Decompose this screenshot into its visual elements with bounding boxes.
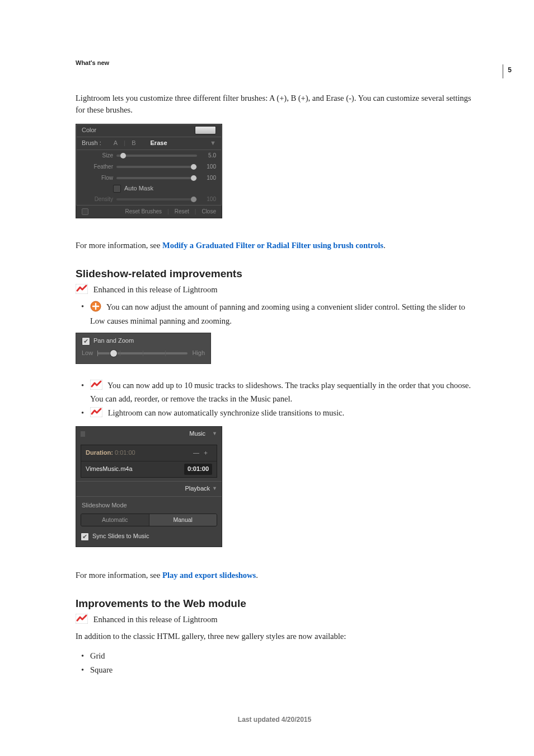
add-track-icon[interactable]: ＋ xyxy=(203,449,212,456)
feather-value: 100 xyxy=(200,163,216,171)
sync-checkbox[interactable]: ✔ xyxy=(81,533,89,541)
density-slider-row: Density 100 xyxy=(76,194,222,205)
color-swatch[interactable] xyxy=(195,126,216,134)
density-value: 100 xyxy=(200,195,216,204)
playback-title: Playback xyxy=(185,484,210,493)
brush-tab-b[interactable]: B xyxy=(129,139,138,146)
slideshow-bullet-1-text: You can now adjust the amount of panning… xyxy=(90,302,465,325)
feather-label: Feather xyxy=(82,163,113,171)
pan-zoom-label: Pan and Zoom xyxy=(93,337,134,346)
reset-link[interactable]: Reset xyxy=(175,208,189,216)
enhanced-icon xyxy=(90,407,102,421)
pan-zoom-panel: ✔ Pan and Zoom Low High xyxy=(76,333,211,364)
pan-zoom-checkbox[interactable]: ✔ xyxy=(82,337,90,346)
flow-label: Flow xyxy=(82,174,113,183)
density-slider[interactable] xyxy=(116,198,197,200)
flow-slider[interactable] xyxy=(116,177,197,179)
pan-zoom-thumb[interactable] xyxy=(110,350,117,357)
enhanced-text-web: Enhanced in this release of Lightroom xyxy=(93,615,218,624)
brush-label: Brush : xyxy=(82,139,101,148)
brush-controls-link[interactable]: Modify a Graduated Filter or Radial Filt… xyxy=(162,241,383,250)
size-label: Size xyxy=(82,152,113,160)
flow-slider-row: Flow 100 xyxy=(76,172,222,184)
web-heading: Improvements to the Web module xyxy=(76,596,474,612)
period: . xyxy=(256,571,258,580)
slideshow-bullet-1: You can now adjust the amount of panning… xyxy=(78,301,474,327)
size-slider-thumb[interactable] xyxy=(120,153,126,158)
slideshow-bullet-3-text: Lightroom can now automatically synchron… xyxy=(108,408,344,417)
more-info-2-prefix: For more information, see xyxy=(76,571,162,580)
page-footer: Last updated 4/20/2015 xyxy=(76,715,474,725)
close-link[interactable]: Close xyxy=(202,208,216,216)
duration-label: Duration: xyxy=(86,449,113,456)
intro-paragraph: Lightroom lets you customize three diffe… xyxy=(76,92,474,116)
more-info-2: For more information, see Play and expor… xyxy=(76,570,474,581)
section-header: What's new xyxy=(76,59,474,68)
music-collapse-icon[interactable]: ▼ xyxy=(212,430,217,437)
feather-slider[interactable] xyxy=(116,166,197,168)
enhanced-text: Enhanced in this release of Lightroom xyxy=(93,285,218,294)
web-item-grid: Grid xyxy=(78,650,474,662)
pz-low-label: Low xyxy=(82,349,93,358)
slideshow-bullet-2: You can now add up to 10 music tracks to… xyxy=(78,380,474,405)
brush-tab-erase[interactable]: Erase xyxy=(148,139,170,146)
slideshow-mode-segment: Automatic Manual xyxy=(81,514,217,526)
mode-automatic[interactable]: Automatic xyxy=(81,514,149,526)
brush-disclosure[interactable]: ▼ xyxy=(210,139,216,148)
feather-slider-row: Feather 100 xyxy=(76,161,222,172)
automask-checkbox[interactable] xyxy=(113,185,121,193)
page-number: 5 xyxy=(503,64,512,78)
flow-value: 100 xyxy=(200,174,216,183)
reset-brushes-link[interactable]: Reset Brushes xyxy=(125,208,162,216)
duration-value: 0:01:00 xyxy=(115,449,135,456)
playback-collapse-icon[interactable]: ▼ xyxy=(212,485,217,492)
slideshow-bullet-2-text: You can now add up to 10 music tracks to… xyxy=(90,381,471,403)
track-duration: 0:01:00 xyxy=(184,464,212,475)
period: . xyxy=(383,241,386,250)
brush-settings-panel: Color Brush : A | B Erase ▼ Size 5.0 Fea… xyxy=(76,124,222,219)
play-export-link[interactable]: Play and export slideshows xyxy=(162,571,256,580)
divider: | xyxy=(121,139,128,146)
automask-label: Auto Mask xyxy=(124,184,153,193)
web-item-square: Square xyxy=(78,664,474,676)
density-slider-thumb[interactable] xyxy=(191,197,196,202)
feather-slider-thumb[interactable] xyxy=(191,164,196,170)
enhanced-icon xyxy=(76,284,88,297)
panel-grip-icon[interactable] xyxy=(81,431,85,437)
slideshow-heading: Slideshow-related improvements xyxy=(76,266,474,282)
web-item-grid-text: Grid xyxy=(90,651,105,660)
slideshow-bullet-3: Lightroom can now automatically synchron… xyxy=(78,407,474,421)
flow-slider-thumb[interactable] xyxy=(191,175,196,181)
pan-zoom-slider[interactable] xyxy=(97,352,188,354)
remove-track-icon[interactable]: — xyxy=(193,449,203,456)
more-info-1: For more information, see Modify a Gradu… xyxy=(76,240,474,251)
track-name[interactable]: VimesMusic.m4a xyxy=(86,465,133,474)
size-slider-row: Size 5.0 xyxy=(76,150,222,161)
enhanced-icon xyxy=(90,380,102,393)
new-icon xyxy=(90,301,101,315)
web-intro: In addition to the classic HTML gallery,… xyxy=(76,631,474,642)
music-playback-panel: Music ▼ Duration: 0:01:00 —＋ VimesMusic.… xyxy=(76,426,222,547)
size-value: 5.0 xyxy=(200,152,216,160)
more-info-1-prefix: For more information, see xyxy=(76,241,162,250)
pz-high-label: High xyxy=(192,349,205,358)
music-title: Music xyxy=(189,430,205,438)
brush-tab-a[interactable]: A xyxy=(111,139,120,146)
web-item-square-text: Square xyxy=(90,665,113,674)
color-label: Color xyxy=(82,126,96,135)
density-label: Density xyxy=(82,195,113,204)
size-slider[interactable] xyxy=(116,155,197,157)
pin-icon[interactable] xyxy=(82,208,88,215)
slideshow-mode-label: Slideshow Mode xyxy=(82,501,217,510)
mode-manual[interactable]: Manual xyxy=(149,514,217,526)
enhanced-icon xyxy=(76,614,88,627)
sync-label: Sync Slides to Music xyxy=(92,532,149,541)
